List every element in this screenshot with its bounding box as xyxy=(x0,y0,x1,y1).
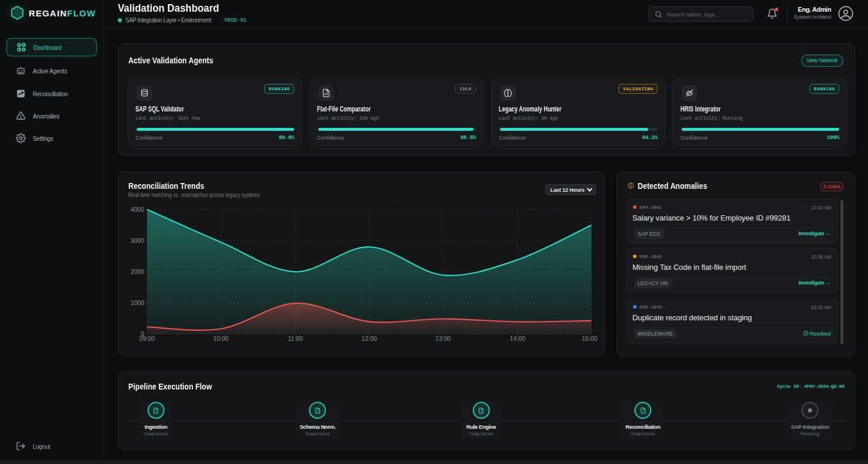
svg-text:15:00: 15:00 xyxy=(582,335,597,342)
svg-text:4000: 4000 xyxy=(131,206,145,213)
svg-text:12:00: 12:00 xyxy=(362,335,377,342)
svg-text:10:00: 10:00 xyxy=(213,335,229,342)
svg-text:09:00: 09:00 xyxy=(139,335,155,342)
svg-text:2000: 2000 xyxy=(131,268,145,275)
svg-text:3000: 3000 xyxy=(131,237,145,244)
svg-text:1000: 1000 xyxy=(131,299,145,306)
svg-text:11:00: 11:00 xyxy=(288,335,303,342)
svg-text:13:00: 13:00 xyxy=(435,335,451,342)
svg-text:14:00: 14:00 xyxy=(510,335,525,342)
